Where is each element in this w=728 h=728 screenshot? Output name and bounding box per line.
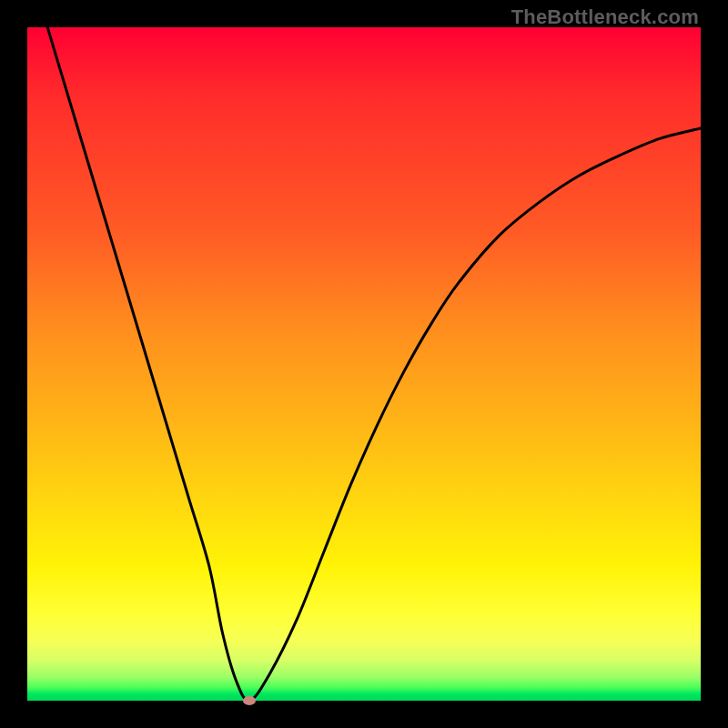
minimum-marker xyxy=(243,696,256,705)
watermark-text: TheBottleneck.com xyxy=(511,5,699,29)
bottleneck-curve xyxy=(47,27,701,701)
plot-area xyxy=(27,27,701,701)
chart-frame: TheBottleneck.com xyxy=(0,0,728,728)
curve-svg xyxy=(27,27,701,701)
